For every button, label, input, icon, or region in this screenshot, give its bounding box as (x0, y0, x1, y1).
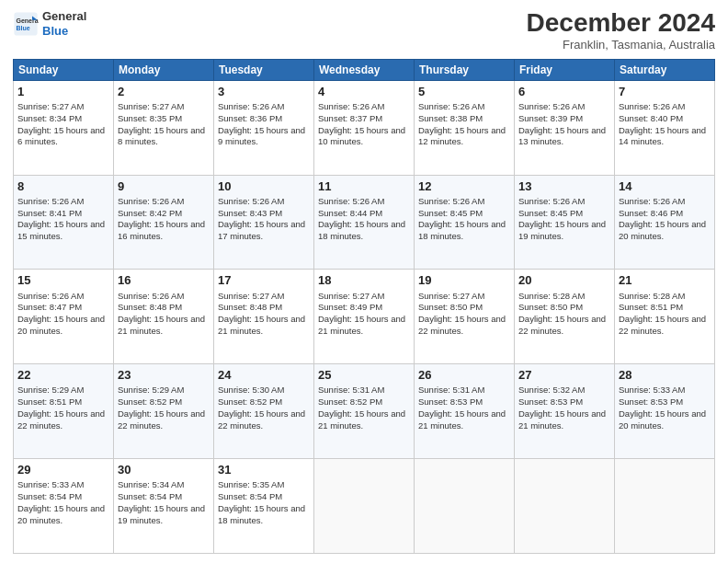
day-content: Sunrise: 5:27 AM Sunset: 8:50 PM Dayligh… (418, 291, 510, 338)
table-row: 22Sunrise: 5:29 AM Sunset: 8:51 PM Dayli… (14, 364, 114, 459)
table-row: 8Sunrise: 5:26 AM Sunset: 8:41 PM Daylig… (14, 175, 114, 270)
day-number: 17 (218, 272, 310, 289)
day-content: Sunrise: 5:26 AM Sunset: 8:36 PM Dayligh… (218, 101, 310, 148)
table-row: 25Sunrise: 5:31 AM Sunset: 8:52 PM Dayli… (314, 364, 415, 459)
day-number: 3 (218, 84, 310, 100)
day-number: 18 (318, 272, 410, 289)
day-content: Sunrise: 5:26 AM Sunset: 8:45 PM Dayligh… (418, 196, 510, 243)
table-row: 7Sunrise: 5:26 AM Sunset: 8:40 PM Daylig… (615, 80, 715, 175)
day-content: Sunrise: 5:26 AM Sunset: 8:45 PM Dayligh… (518, 196, 610, 243)
day-content: Sunrise: 5:33 AM Sunset: 8:54 PM Dayligh… (17, 479, 109, 526)
page: General Blue General Blue December 2024 … (0, 0, 728, 563)
table-row: 14Sunrise: 5:26 AM Sunset: 8:46 PM Dayli… (615, 175, 715, 270)
table-row: 26Sunrise: 5:31 AM Sunset: 8:53 PM Dayli… (415, 364, 515, 459)
day-content: Sunrise: 5:33 AM Sunset: 8:53 PM Dayligh… (619, 385, 711, 431)
table-row: 28Sunrise: 5:33 AM Sunset: 8:53 PM Dayli… (615, 364, 715, 459)
header-row: Sunday Monday Tuesday Wednesday Thursday… (14, 59, 715, 80)
svg-rect-0 (14, 12, 37, 35)
day-content: Sunrise: 5:34 AM Sunset: 8:54 PM Dayligh… (118, 479, 210, 526)
table-row: 3Sunrise: 5:26 AM Sunset: 8:36 PM Daylig… (214, 80, 314, 175)
table-row: 19Sunrise: 5:27 AM Sunset: 8:50 PM Dayli… (415, 270, 515, 364)
col-sunday: Sunday (14, 59, 114, 80)
day-number: 7 (619, 84, 711, 100)
table-row: 5Sunrise: 5:26 AM Sunset: 8:38 PM Daylig… (415, 80, 515, 175)
day-content: Sunrise: 5:31 AM Sunset: 8:52 PM Dayligh… (318, 385, 410, 431)
day-content: Sunrise: 5:26 AM Sunset: 8:43 PM Dayligh… (218, 196, 310, 243)
subtitle: Franklin, Tasmania, Australia (527, 38, 715, 52)
col-friday: Friday (515, 59, 615, 80)
week-row-2: 8Sunrise: 5:26 AM Sunset: 8:41 PM Daylig… (14, 175, 715, 270)
logo-text: General Blue (42, 9, 86, 38)
day-number: 10 (218, 178, 310, 195)
table-row: 30Sunrise: 5:34 AM Sunset: 8:54 PM Dayli… (114, 459, 214, 554)
header: General Blue General Blue December 2024 … (13, 9, 715, 52)
day-content: Sunrise: 5:27 AM Sunset: 8:34 PM Dayligh… (17, 101, 109, 148)
day-number: 4 (318, 84, 410, 100)
day-content: Sunrise: 5:28 AM Sunset: 8:51 PM Dayligh… (619, 291, 711, 338)
day-number: 27 (518, 367, 610, 384)
week-row-3: 15Sunrise: 5:26 AM Sunset: 8:47 PM Dayli… (14, 270, 715, 364)
table-row: 9Sunrise: 5:26 AM Sunset: 8:42 PM Daylig… (114, 175, 214, 270)
day-number: 9 (118, 178, 210, 195)
table-row: 27Sunrise: 5:32 AM Sunset: 8:53 PM Dayli… (515, 364, 615, 459)
col-thursday: Thursday (415, 59, 515, 80)
table-row: 1Sunrise: 5:27 AM Sunset: 8:34 PM Daylig… (14, 80, 114, 175)
day-number: 14 (619, 178, 711, 195)
day-number: 12 (418, 178, 510, 195)
day-number: 23 (118, 367, 210, 384)
title-block: December 2024 Franklin, Tasmania, Austra… (527, 9, 715, 52)
day-content: Sunrise: 5:26 AM Sunset: 8:37 PM Dayligh… (318, 101, 410, 148)
svg-text:General: General (17, 17, 40, 23)
day-content: Sunrise: 5:31 AM Sunset: 8:53 PM Dayligh… (418, 385, 510, 431)
day-content: Sunrise: 5:26 AM Sunset: 8:47 PM Dayligh… (17, 291, 109, 338)
day-number: 21 (619, 272, 711, 289)
day-number: 20 (518, 272, 610, 289)
day-content: Sunrise: 5:26 AM Sunset: 8:42 PM Dayligh… (118, 196, 210, 243)
table-row (415, 459, 515, 554)
table-row (615, 459, 715, 554)
col-saturday: Saturday (615, 59, 715, 80)
day-content: Sunrise: 5:26 AM Sunset: 8:48 PM Dayligh… (118, 291, 210, 338)
day-content: Sunrise: 5:30 AM Sunset: 8:52 PM Dayligh… (218, 385, 310, 431)
table-row: 16Sunrise: 5:26 AM Sunset: 8:48 PM Dayli… (114, 270, 214, 364)
day-content: Sunrise: 5:28 AM Sunset: 8:50 PM Dayligh… (518, 291, 610, 338)
table-row: 17Sunrise: 5:27 AM Sunset: 8:48 PM Dayli… (214, 270, 314, 364)
day-number: 25 (318, 367, 410, 384)
day-number: 29 (17, 462, 109, 478)
table-row: 11Sunrise: 5:26 AM Sunset: 8:44 PM Dayli… (314, 175, 415, 270)
day-number: 2 (118, 84, 210, 100)
svg-text:Blue: Blue (17, 25, 30, 31)
day-number: 13 (518, 178, 610, 195)
day-content: Sunrise: 5:26 AM Sunset: 8:46 PM Dayligh… (619, 196, 711, 243)
table-row (314, 459, 415, 554)
day-number: 28 (619, 367, 711, 384)
day-content: Sunrise: 5:27 AM Sunset: 8:35 PM Dayligh… (118, 101, 210, 148)
col-tuesday: Tuesday (214, 59, 314, 80)
day-number: 16 (118, 272, 210, 289)
table-row: 31Sunrise: 5:35 AM Sunset: 8:54 PM Dayli… (214, 459, 314, 554)
day-content: Sunrise: 5:26 AM Sunset: 8:40 PM Dayligh… (619, 101, 711, 148)
table-row: 29Sunrise: 5:33 AM Sunset: 8:54 PM Dayli… (14, 459, 114, 554)
day-number: 24 (218, 367, 310, 384)
day-number: 22 (17, 367, 109, 384)
day-number: 5 (418, 84, 510, 100)
day-number: 15 (17, 272, 109, 289)
table-row: 15Sunrise: 5:26 AM Sunset: 8:47 PM Dayli… (14, 270, 114, 364)
day-content: Sunrise: 5:29 AM Sunset: 8:52 PM Dayligh… (118, 385, 210, 431)
day-content: Sunrise: 5:32 AM Sunset: 8:53 PM Dayligh… (518, 385, 610, 431)
day-content: Sunrise: 5:26 AM Sunset: 8:41 PM Dayligh… (17, 196, 109, 243)
table-row: 21Sunrise: 5:28 AM Sunset: 8:51 PM Dayli… (615, 270, 715, 364)
table-row: 2Sunrise: 5:27 AM Sunset: 8:35 PM Daylig… (114, 80, 214, 175)
week-row-1: 1Sunrise: 5:27 AM Sunset: 8:34 PM Daylig… (14, 80, 715, 175)
day-content: Sunrise: 5:26 AM Sunset: 8:44 PM Dayligh… (318, 196, 410, 243)
day-content: Sunrise: 5:27 AM Sunset: 8:48 PM Dayligh… (218, 291, 310, 338)
month-title: December 2024 (527, 9, 715, 38)
table-row: 10Sunrise: 5:26 AM Sunset: 8:43 PM Dayli… (214, 175, 314, 270)
table-row: 20Sunrise: 5:28 AM Sunset: 8:50 PM Dayli… (515, 270, 615, 364)
day-content: Sunrise: 5:35 AM Sunset: 8:54 PM Dayligh… (218, 479, 310, 526)
day-content: Sunrise: 5:26 AM Sunset: 8:38 PM Dayligh… (418, 101, 510, 148)
day-number: 30 (118, 462, 210, 478)
col-wednesday: Wednesday (314, 59, 415, 80)
day-number: 11 (318, 178, 410, 195)
table-row: 12Sunrise: 5:26 AM Sunset: 8:45 PM Dayli… (415, 175, 515, 270)
